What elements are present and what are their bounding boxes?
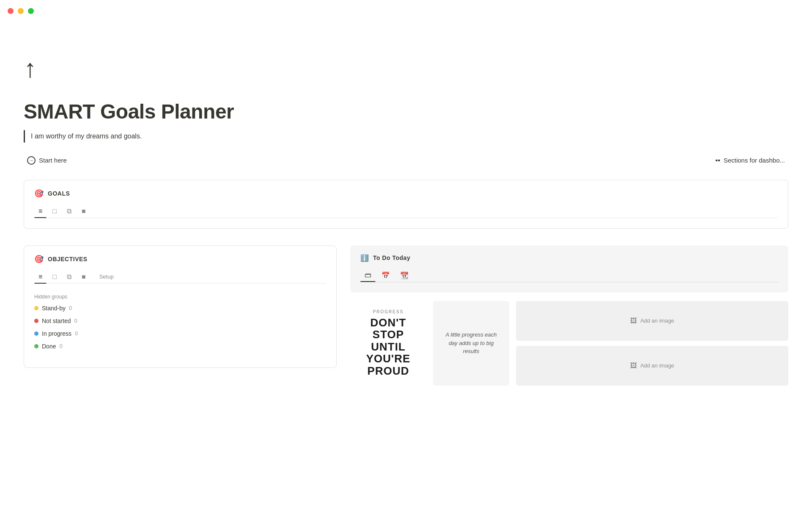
goals-icon: 🎯 (34, 189, 44, 198)
right-side: ℹ️ To Do Today 🗃 📅 📆 PROGRESS DON'T STOP (350, 246, 788, 386)
progress-card: A little progress each day adds up to bi… (433, 301, 509, 386)
objectives-tab-board[interactable]: □ (48, 271, 61, 283)
todo-section: ℹ️ To Do Today 🗃 📅 📆 (350, 246, 788, 293)
add-image-cards: 🖼 Add an image 🖼 Add an image (516, 301, 788, 386)
objectives-tab-gallery[interactable]: ⧉ (63, 271, 76, 283)
maximize-button[interactable] (28, 8, 34, 14)
titlebar (0, 0, 812, 22)
not-started-count: 0 (74, 318, 77, 324)
goals-section: 🎯 GOALS ≡ □ ⧉ ■ (24, 180, 788, 229)
objectives-tab-list[interactable]: ≡ (34, 271, 47, 283)
todo-tab-calendar2[interactable]: 📆 (396, 269, 413, 282)
motivational-quote-text: PROGRESS DON'T STOP UNTIL YOU'RE PROUD (366, 309, 411, 377)
todo-header: ℹ️ To Do Today (360, 254, 778, 262)
goals-view-tabs: ≡ □ ⧉ ■ (34, 205, 778, 218)
main-content: ↑ SMART Goals Planner I am worthy of my … (0, 0, 812, 386)
in-progress-label: In progress (42, 330, 71, 337)
done-dot (34, 344, 38, 348)
not-started-label: Not started (42, 318, 71, 324)
done-count: 0 (59, 343, 62, 349)
grid-icon: ▪▪ (716, 157, 720, 164)
quote-line1: DON'T (370, 316, 406, 329)
image-placeholder-icon-1: 🖼 (630, 317, 637, 325)
page-icon-area: ↑ (24, 22, 788, 90)
status-group-standby: Stand-by 0 (34, 305, 326, 312)
goals-tab-other[interactable]: ■ (77, 205, 90, 218)
goals-tab-list[interactable]: ≡ (34, 205, 47, 218)
quote-line3: UNTIL (371, 340, 406, 353)
add-image-label-2: Add an image (640, 362, 674, 369)
in-progress-dot (34, 331, 38, 336)
objectives-section: 🎯 OBJECTIVES ≡ □ ⧉ ■ Setup Hidden groups… (24, 246, 337, 368)
not-started-dot (34, 319, 38, 323)
circle-arrow-icon: → (27, 156, 36, 165)
quote-line4: YOU'RE (366, 352, 411, 365)
minimize-button[interactable] (18, 8, 24, 14)
status-group-not-started: Not started 0 (34, 318, 326, 324)
image-gallery: PROGRESS DON'T STOP UNTIL YOU'RE PROUD A… (350, 301, 788, 386)
objectives-section-header: 🎯 OBJECTIVES (34, 254, 326, 264)
progress-card-text: A little progress each day adds up to bi… (442, 331, 501, 356)
sections-button[interactable]: ▪▪ Sections for dashbo... (712, 155, 788, 166)
sections-label: Sections for dashbo... (724, 157, 785, 164)
goals-tab-gallery[interactable]: ⧉ (63, 205, 76, 218)
objectives-icon: 🎯 (34, 254, 44, 264)
standby-count: 0 (69, 305, 72, 311)
in-progress-count: 0 (75, 330, 78, 337)
objectives-view-tabs: ≡ □ ⧉ ■ Setup (34, 271, 326, 284)
quote-line2: STOP (373, 328, 404, 341)
two-col-layout: 🎯 OBJECTIVES ≡ □ ⧉ ■ Setup Hidden groups… (24, 246, 788, 386)
start-here-button[interactable]: → Start here (24, 155, 70, 166)
quote-text: I am worthy of my dreams and goals. (31, 130, 142, 143)
motivational-quote-card: PROGRESS DON'T STOP UNTIL YOU'RE PROUD (350, 301, 426, 386)
quote-line5: PROUD (368, 364, 409, 377)
goals-tab-board[interactable]: □ (48, 205, 61, 218)
todo-tab-board[interactable]: 🗃 (360, 269, 376, 282)
close-button[interactable] (8, 8, 14, 14)
quote-bar (24, 130, 25, 143)
brand-text: PROGRESS (366, 309, 411, 314)
start-here-label: Start here (39, 157, 67, 164)
action-row: → Start here ▪▪ Sections for dashbo... (24, 155, 788, 166)
page-title: SMART Goals Planner (24, 100, 788, 123)
page-icon: ↑ (24, 56, 788, 81)
goals-section-title: GOALS (48, 190, 70, 197)
add-image-label-1: Add an image (640, 318, 674, 324)
hidden-groups-label: Hidden groups (34, 294, 326, 300)
image-placeholder-icon-2: 🖼 (630, 362, 637, 370)
objectives-section-title: OBJECTIVES (48, 256, 88, 262)
add-image-card-2[interactable]: 🖼 Add an image (516, 346, 788, 386)
quote-block: I am worthy of my dreams and goals. (24, 130, 788, 143)
todo-tab-calendar[interactable]: 📅 (377, 269, 394, 282)
standby-label: Stand-by (42, 305, 66, 312)
status-group-done: Done 0 (34, 343, 326, 350)
objectives-tab-other[interactable]: ■ (77, 271, 90, 283)
todo-title: To Do Today (373, 254, 410, 261)
done-label: Done (42, 343, 56, 350)
status-group-in-progress: In progress 0 (34, 330, 326, 337)
add-image-card-1[interactable]: 🖼 Add an image (516, 301, 788, 341)
objectives-setup-tab[interactable]: Setup (95, 271, 118, 282)
todo-icon: ℹ️ (360, 254, 369, 262)
todo-view-tabs: 🗃 📅 📆 (360, 269, 778, 282)
goals-section-header: 🎯 GOALS (34, 189, 778, 198)
standby-dot (34, 306, 38, 310)
